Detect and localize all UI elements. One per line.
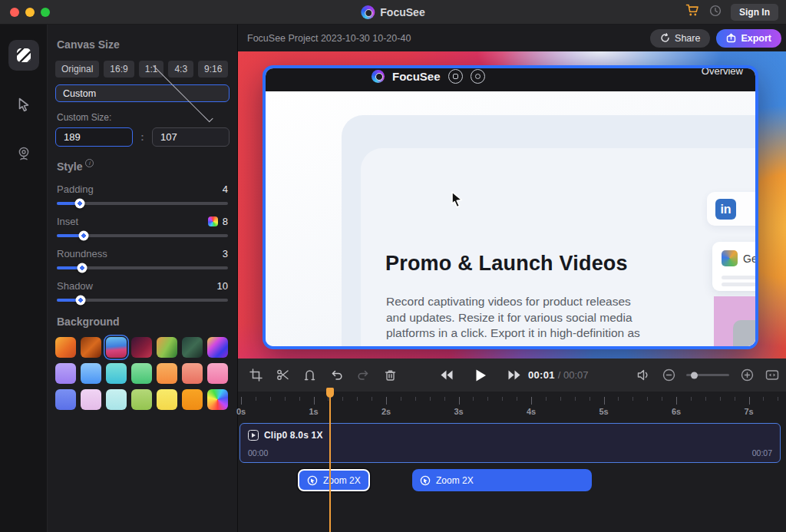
timeline-ruler[interactable]: 0s1s2s3s4s5s6s7s [238,397,786,421]
timeline-zoom-thumb[interactable] [691,372,698,378]
zoom-out-button[interactable] [661,368,676,383]
ruler-minor-tick [778,397,778,401]
slider-thumb[interactable] [75,199,85,209]
ruler-label: 0s [236,407,246,416]
linkedin-icon: in [715,199,736,220]
fit-timeline-button[interactable] [765,368,780,383]
style-title: Style [57,160,82,173]
background-swatch-royal-blue[interactable] [55,389,76,410]
clip-block[interactable]: Clip0 8.0s 1X 00:00 00:07 [239,423,781,463]
slider-track[interactable] [57,299,228,302]
zoom-window-button[interactable] [41,8,50,17]
ruler-minor-tick [401,397,401,401]
ruler-minor-tick [763,397,764,401]
background-swatch-big-sur[interactable] [106,337,127,358]
playhead-line[interactable] [329,388,331,532]
zoom-in-button[interactable] [739,368,755,383]
canvas-height-input[interactable] [152,127,230,147]
ratio-button-row: Original16:91:14:39:16 [55,61,230,78]
background-swatch-light-pink[interactable] [81,389,101,410]
delete-button[interactable] [382,368,398,383]
canvas-tool-button[interactable] [8,40,39,71]
zoom-effect-block-1[interactable]: Zoom 2X [298,469,370,491]
background-swatch-pink[interactable] [207,363,228,384]
background-swatch-light-cyan[interactable] [106,389,127,410]
background-swatch-dark-flower[interactable] [81,337,101,358]
preview-canvas[interactable]: FocuSee Overview Promo & Launch Videos R… [238,51,786,359]
ruler-minor-tick [444,397,445,401]
crop-button[interactable] [248,368,263,383]
background-swatch-dark-green[interactable] [182,337,203,358]
background-swatch-purple[interactable] [55,363,76,384]
undo-button[interactable] [329,368,344,383]
background-swatch-yellow[interactable] [157,389,177,410]
slider-track[interactable] [57,234,228,237]
ratio-button-16-9[interactable]: 16:9 [104,61,134,78]
background-swatch-deep-orange[interactable] [182,389,203,410]
cart-icon[interactable] [685,4,700,20]
clip-end-time: 00:07 [752,448,772,458]
export-button[interactable]: Export [716,29,781,48]
volume-button[interactable] [636,368,651,383]
clip-start-time: 00:00 [248,448,268,458]
ruler-minor-tick [735,397,735,401]
minimize-window-button[interactable] [25,8,35,17]
play-button[interactable] [473,368,488,383]
slider-label: Padding [57,183,94,195]
ratio-button-9-16[interactable]: 9:16 [198,61,228,78]
background-swatch-green-orange[interactable] [157,337,177,358]
recorded-window: FocuSee Overview Promo & Launch Videos R… [263,65,758,349]
cut-button[interactable] [275,368,290,383]
rewind-button[interactable] [439,368,454,383]
color-wheel-icon[interactable] [208,216,218,226]
sign-in-button[interactable]: Sign In [731,4,778,21]
playhead-handle[interactable] [326,388,334,398]
background-swatch-dark-wave[interactable] [131,337,152,358]
share-button[interactable]: Share [650,29,710,48]
slider-thumb[interactable] [76,296,86,306]
ratio-button-4-3[interactable]: 4:3 [168,61,193,78]
background-swatch-light-green[interactable] [131,389,152,410]
magnet-button[interactable] [302,368,317,383]
slider-track[interactable] [57,202,228,205]
background-swatch-green[interactable] [131,363,152,384]
app-title: FocuSee [380,6,424,18]
ruler-major-tick [676,397,677,405]
promo-body-line: platforms in a click. Export it in high-… [386,325,640,342]
style-sliders: Padding4Inset8Roundness3Shadow10 [48,183,237,302]
slider-track[interactable] [57,266,228,269]
ruler-label: 1s [309,407,318,416]
canvas-width-input[interactable] [55,127,133,147]
ruler-minor-tick [372,397,372,401]
close-window-button[interactable] [10,8,19,17]
ruler-minor-tick [256,397,256,401]
webcam-tool-button[interactable] [8,138,39,169]
fast-forward-button[interactable] [507,368,522,383]
background-swatch-blue[interactable] [81,363,101,384]
slider-thumb[interactable] [78,263,88,273]
background-swatch-salmon[interactable] [182,363,203,384]
background-swatch-orange-flower[interactable] [55,337,76,358]
ruler-minor-tick [662,397,662,401]
export-icon [726,33,736,43]
timeline-zoom-slider[interactable] [686,374,729,376]
placeholder-line [722,276,758,279]
zoom-effect-icon [307,475,318,486]
timeline[interactable]: 0s1s2s3s4s5s6s7s Clip0 8.0s 1X 00:00 00:… [238,392,786,532]
cursor-tool-button[interactable] [8,89,39,120]
background-swatch-orange[interactable] [157,363,177,384]
slider-value: 3 [223,248,228,259]
background-swatch-abstract[interactable] [207,337,228,358]
canvas-preset-dropdown[interactable]: Custom [55,84,230,102]
ruler-minor-tick [647,397,648,401]
ratio-button-original[interactable]: Original [55,61,99,78]
clock-icon[interactable] [709,5,722,20]
canvas-preset-value: Custom [63,88,142,99]
titlebar: FocuSee Sign In [0,0,786,25]
info-icon[interactable]: i [85,159,94,167]
background-swatch-teal[interactable] [106,363,127,384]
background-swatch-rainbow[interactable] [207,389,228,410]
redo-button[interactable] [355,368,371,383]
slider-thumb[interactable] [78,231,88,241]
zoom-effect-block-2[interactable]: Zoom 2X [412,469,592,491]
